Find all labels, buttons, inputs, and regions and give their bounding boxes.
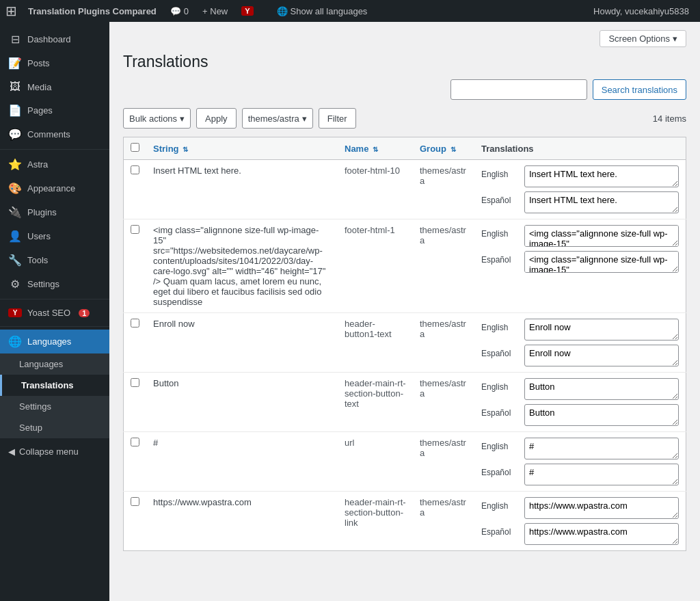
header-name[interactable]: Name ⇅ <box>338 137 413 160</box>
row-checkbox[interactable] <box>131 165 139 174</box>
row-checkbox-cell <box>124 160 147 219</box>
filter-arrow: ▾ <box>302 113 307 124</box>
translation-input[interactable] <box>524 345 679 366</box>
collapse-menu-button[interactable]: ◀ Collapse menu <box>0 438 109 465</box>
search-input[interactable] <box>450 79 587 100</box>
translation-entry: English <box>481 319 679 340</box>
select-all-checkbox[interactable] <box>131 143 139 152</box>
sidebar-item-languages[interactable]: 🌐 Languages <box>0 330 109 353</box>
filter-select[interactable]: themes/astra ▾ <box>242 108 313 129</box>
translations-table: String ⇅ Name ⇅ Group ⇅ Translations <box>123 137 686 551</box>
row-name: header-main-rt-section-button-link <box>338 492 413 551</box>
header-translations: Translations <box>474 137 686 160</box>
translation-input[interactable] <box>524 404 679 426</box>
site-name[interactable]: Translation Plugins Compared <box>23 6 162 16</box>
row-checkbox[interactable] <box>131 438 139 446</box>
sidebar-item-settings[interactable]: ⚙ Settings <box>0 272 109 296</box>
row-checkbox[interactable] <box>131 497 139 506</box>
translation-entry: Español <box>481 464 679 485</box>
sidebar-item-users[interactable]: 👤 Users <box>0 224 109 248</box>
lang-label: Español <box>481 404 519 418</box>
sidebar-item-plugins[interactable]: 🔌 Plugins <box>0 200 109 224</box>
row-checkbox[interactable] <box>131 378 139 387</box>
row-translations: EnglishEspañol <box>474 219 686 313</box>
translation-input[interactable] <box>524 438 679 459</box>
sidebar-item-comments[interactable]: 💬 Comments <box>0 122 109 146</box>
translation-entry: Español <box>481 404 679 426</box>
translation-input[interactable] <box>524 464 679 485</box>
header-group[interactable]: Group ⇅ <box>413 137 474 160</box>
row-group: themes/astra <box>413 160 474 219</box>
table-row: Enroll nowheader-button1-textthemes/astr… <box>124 313 686 373</box>
translation-input[interactable] <box>524 319 679 340</box>
sidebar-item-yoast[interactable]: Y Yoast SEO 1 <box>0 302 109 323</box>
translation-input[interactable] <box>524 165 679 187</box>
name-sort-icon: ⇅ <box>373 146 378 153</box>
translation-entry: English <box>481 497 679 519</box>
sidebar-divider-3 <box>0 326 109 327</box>
users-icon: 👤 <box>8 230 22 243</box>
sidebar-submenu-settings[interactable]: Settings <box>0 396 109 417</box>
row-string: <img class="alignnone size-full wp-image… <box>146 219 338 313</box>
apply-button[interactable]: Apply <box>196 108 237 129</box>
sidebar-submenu-languages[interactable]: Languages <box>0 353 109 375</box>
sidebar-item-astra[interactable]: ⭐ Astra <box>0 152 109 176</box>
translation-input[interactable] <box>524 251 679 273</box>
row-translations: EnglishEspañol <box>474 160 686 219</box>
header-string[interactable]: String ⇅ <box>146 137 338 160</box>
bulk-actions-arrow: ▾ <box>180 113 185 124</box>
row-group: themes/astra <box>413 432 474 492</box>
screen-options-label: Screen Options <box>608 34 670 44</box>
lang-label: English <box>481 319 519 332</box>
string-sort-icon: ⇅ <box>183 146 188 153</box>
translation-entry: Español <box>481 345 679 366</box>
row-translations: EnglishEspañol <box>474 432 686 492</box>
sidebar-item-pages[interactable]: 📄 Pages <box>0 98 109 122</box>
pages-icon: 📄 <box>8 104 22 117</box>
new-link[interactable]: + New <box>197 6 233 16</box>
sidebar-item-dashboard[interactable]: ⊟ Dashboard <box>0 27 109 51</box>
sidebar-divider-2 <box>0 299 109 299</box>
sidebar-submenu-translations[interactable]: Translations <box>0 375 109 396</box>
sidebar-item-appearance[interactable]: 🎨 Appearance <box>0 176 109 200</box>
translation-input[interactable] <box>524 225 679 247</box>
lang-label: Español <box>481 251 519 265</box>
howdy-text: Howdy, vucekahiyu5838 <box>588 6 695 16</box>
show-all-languages-link[interactable]: 🌐 Show all languages <box>271 6 373 16</box>
sidebar: ⊟ Dashboard 📝 Posts 🖼 Media 📄 Pages 💬 Co… <box>0 22 109 601</box>
translation-input[interactable] <box>524 523 679 545</box>
translation-entry: English <box>481 378 679 400</box>
lang-label: English <box>481 225 519 239</box>
row-checkbox-cell <box>124 313 147 373</box>
comments-link[interactable]: 💬 0 <box>165 6 194 16</box>
lang-label: English <box>481 497 519 511</box>
lang-label: Español <box>481 523 519 537</box>
bulk-actions-select[interactable]: Bulk actions ▾ <box>123 108 191 129</box>
yoast-link[interactable]: Y <box>236 6 268 16</box>
row-group: themes/astra <box>413 219 474 313</box>
main-content: Screen Options ▾ Translations Search tra… <box>109 22 700 601</box>
filter-button[interactable]: Filter <box>319 108 356 129</box>
table-row: Buttonheader-main-rt-section-button-text… <box>124 373 686 432</box>
translation-entry: Español <box>481 191 679 213</box>
search-translations-button[interactable]: Search translations <box>593 79 686 100</box>
toolbar-right: Search translations <box>450 79 686 100</box>
sidebar-submenu-setup[interactable]: Setup <box>0 417 109 438</box>
screen-options-button[interactable]: Screen Options ▾ <box>600 30 686 47</box>
action-bar: Bulk actions ▾ Apply themes/astra ▾ Filt… <box>123 108 686 129</box>
row-checkbox[interactable] <box>131 225 139 234</box>
sidebar-item-posts[interactable]: 📝 Posts <box>0 51 109 75</box>
media-icon: 🖼 <box>8 81 22 93</box>
collapse-icon: ◀ <box>8 446 15 457</box>
translation-input[interactable] <box>524 497 679 519</box>
languages-submenu: Languages Translations Settings Setup <box>0 353 109 438</box>
translation-input[interactable] <box>524 191 679 213</box>
bulk-actions-label: Bulk actions <box>129 113 177 124</box>
translation-input[interactable] <box>524 378 679 400</box>
row-translations: EnglishEspañol <box>474 492 686 551</box>
row-name: footer-html-1 <box>338 219 413 313</box>
sidebar-item-tools[interactable]: 🔧 Tools <box>0 248 109 272</box>
sidebar-item-media[interactable]: 🖼 Media <box>0 75 109 98</box>
lang-label: Español <box>481 345 519 358</box>
row-checkbox[interactable] <box>131 319 139 328</box>
